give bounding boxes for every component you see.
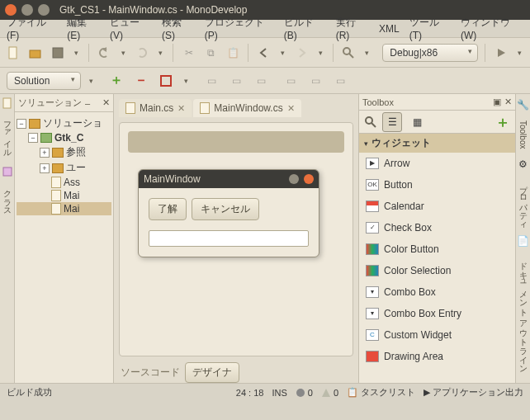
align-3-icon[interactable]: ▭ xyxy=(251,71,271,91)
toolbox-icon[interactable]: 🔧 xyxy=(517,99,529,111)
dropdown-icon[interactable]: ▾ xyxy=(181,77,192,85)
menu-view[interactable]: ビュー (V) xyxy=(106,14,155,43)
tab-mainwindow-cs[interactable]: MainWindow.cs ✕ xyxy=(193,99,300,117)
ok-button[interactable]: 了解 xyxy=(149,198,187,220)
tree-main[interactable]: Mai xyxy=(64,190,79,201)
undo-icon[interactable] xyxy=(96,43,113,63)
save-icon[interactable] xyxy=(49,43,66,63)
class-icon[interactable] xyxy=(2,166,13,177)
copy-icon[interactable]: ⧉ xyxy=(202,43,220,63)
dropdown-icon[interactable]: ▾ xyxy=(155,49,166,57)
close-tab-icon[interactable]: ✕ xyxy=(287,103,295,114)
menu-run[interactable]: 実行 (R) xyxy=(333,14,372,43)
right-tab-properties[interactable]: プロパティ xyxy=(518,180,529,225)
toolbox-item-comboboxentry[interactable]: ▾Combo Box Entry xyxy=(359,303,515,324)
toolbox-item-arrow[interactable]: ▶Arrow xyxy=(359,153,515,174)
menu-project[interactable]: プロジェクト (P) xyxy=(201,14,277,43)
tree-project[interactable]: Gtk_C xyxy=(54,132,83,144)
close-tab-icon[interactable]: ✕ xyxy=(177,103,185,114)
solution-combo[interactable]: Solution xyxy=(7,72,81,90)
left-tab-files[interactable]: ファイル xyxy=(2,116,13,153)
tree-mainwin[interactable]: Mai xyxy=(64,203,79,215)
menu-tools[interactable]: ツール (T) xyxy=(406,14,454,43)
search-icon[interactable] xyxy=(364,116,377,129)
minimize-pad-icon[interactable]: – xyxy=(85,98,90,108)
expand-icon[interactable]: + xyxy=(40,163,50,173)
menu-edit[interactable]: 編集 (E) xyxy=(64,14,103,43)
outline-icon[interactable]: 📄 xyxy=(517,235,529,247)
tree-refs[interactable]: 参照 xyxy=(66,145,86,159)
collapse-icon[interactable]: − xyxy=(17,119,26,129)
tree-ui[interactable]: ユー xyxy=(66,161,86,175)
config-combo[interactable]: Debug|x86 xyxy=(382,44,478,62)
toolbox-item-customwidget[interactable]: CCustom Widget xyxy=(359,324,515,346)
remove-icon[interactable]: － xyxy=(131,71,151,91)
add-icon[interactable]: ＋ xyxy=(495,112,510,132)
align-6-icon[interactable]: ▭ xyxy=(330,71,350,91)
dialog-titlebar[interactable]: MainWindow xyxy=(139,170,319,188)
cancel-button[interactable]: キャンセル xyxy=(192,198,259,220)
dropdown-icon[interactable]: ▾ xyxy=(315,49,326,57)
redo-icon[interactable] xyxy=(134,43,151,63)
tab-main-cs[interactable]: Main.cs ✕ xyxy=(119,99,192,117)
close-pad-icon[interactable]: ✕ xyxy=(102,97,110,108)
align-2-icon[interactable]: ▭ xyxy=(226,71,246,91)
toolbox-item-calendar[interactable]: Calendar xyxy=(359,196,515,217)
cut-icon[interactable]: ✂ xyxy=(180,43,197,63)
view-grid-icon[interactable]: ▦ xyxy=(407,112,427,132)
properties-icon[interactable]: ⚙ xyxy=(518,158,528,170)
dropdown-icon[interactable]: ▾ xyxy=(86,77,97,85)
menu-xml[interactable]: XML xyxy=(376,21,403,36)
toolbox-item-button[interactable]: OKButton xyxy=(359,174,515,196)
right-tab-toolbox[interactable]: Toolbox xyxy=(518,120,528,149)
dropdown-icon[interactable]: ▾ xyxy=(118,49,129,57)
align-5-icon[interactable]: ▭ xyxy=(305,71,325,91)
search-icon[interactable] xyxy=(340,43,357,63)
warning-count[interactable]: 0 xyxy=(321,388,338,398)
app-output-button[interactable]: ▶アプリケーション出力 xyxy=(424,386,523,399)
collapse-icon[interactable]: ▾ xyxy=(364,139,368,148)
tasklist-button[interactable]: 📋タスクリスト xyxy=(347,386,415,399)
add-icon[interactable]: ＋ xyxy=(106,71,126,91)
menu-search[interactable]: 検索 (S) xyxy=(159,14,198,43)
dialog-close-icon[interactable] xyxy=(304,174,314,184)
run-icon[interactable] xyxy=(492,43,509,63)
toolbox-item-checkbox[interactable]: ✓Check Box xyxy=(359,217,515,238)
dropdown-icon[interactable]: ▾ xyxy=(71,49,82,57)
menu-window[interactable]: ウィンドウ (W) xyxy=(457,14,527,43)
dropdown-icon[interactable]: ▾ xyxy=(362,49,372,57)
mainwindow-dialog[interactable]: MainWindow 了解 キャンセル xyxy=(138,169,319,257)
file-icon[interactable] xyxy=(2,97,13,109)
tree-asm[interactable]: Ass xyxy=(64,177,80,188)
designer-tab[interactable]: デザイナ xyxy=(185,362,239,383)
view-list-icon[interactable]: ☰ xyxy=(382,112,402,132)
collapse-icon[interactable]: − xyxy=(28,133,38,143)
toolbox-item-drawingarea[interactable]: Drawing Area xyxy=(359,346,515,367)
menu-file[interactable]: ファイル (F) xyxy=(3,14,60,43)
dropdown-icon[interactable]: ▾ xyxy=(514,49,525,57)
toolbox-item-colorbutton[interactable]: Color Button xyxy=(359,238,515,260)
left-tab-classes[interactable]: クラス xyxy=(2,184,13,211)
dialog-minimize-icon[interactable] xyxy=(289,174,299,184)
open-icon[interactable] xyxy=(27,43,45,63)
dropdown-icon[interactable]: ▾ xyxy=(277,49,288,57)
error-count[interactable]: 0 xyxy=(296,388,313,398)
nav-back-icon[interactable] xyxy=(255,43,272,63)
toolbox-category[interactable]: ▾ ウィジェット xyxy=(359,134,515,153)
toolbox-item-combobox[interactable]: ▾Combo Box xyxy=(359,281,515,303)
red-box-icon[interactable] xyxy=(156,71,176,91)
paste-icon[interactable]: 📋 xyxy=(225,43,242,63)
new-file-icon[interactable] xyxy=(5,43,22,63)
right-tab-outline[interactable]: ドキュメント アウトライン xyxy=(518,257,529,369)
designer-canvas[interactable]: MainWindow 了解 キャンセル xyxy=(119,122,353,356)
align-1-icon[interactable]: ▭ xyxy=(201,71,221,91)
menu-build[interactable]: ビルド (B) xyxy=(281,14,329,43)
expand-icon[interactable]: + xyxy=(40,148,50,158)
align-4-icon[interactable]: ▭ xyxy=(281,71,300,91)
toolbox-item-colorselection[interactable]: Color Selection xyxy=(359,260,515,281)
close-pad-icon[interactable]: ✕ xyxy=(504,97,512,107)
dock-icon[interactable]: ▣ xyxy=(493,97,501,107)
solution-tree[interactable]: −ソリューショ −Gtk_C +参照 +ユー Ass Mai Mai xyxy=(15,112,113,219)
nav-fwd-icon[interactable] xyxy=(293,43,310,63)
source-tab[interactable]: ソースコード xyxy=(121,366,180,380)
